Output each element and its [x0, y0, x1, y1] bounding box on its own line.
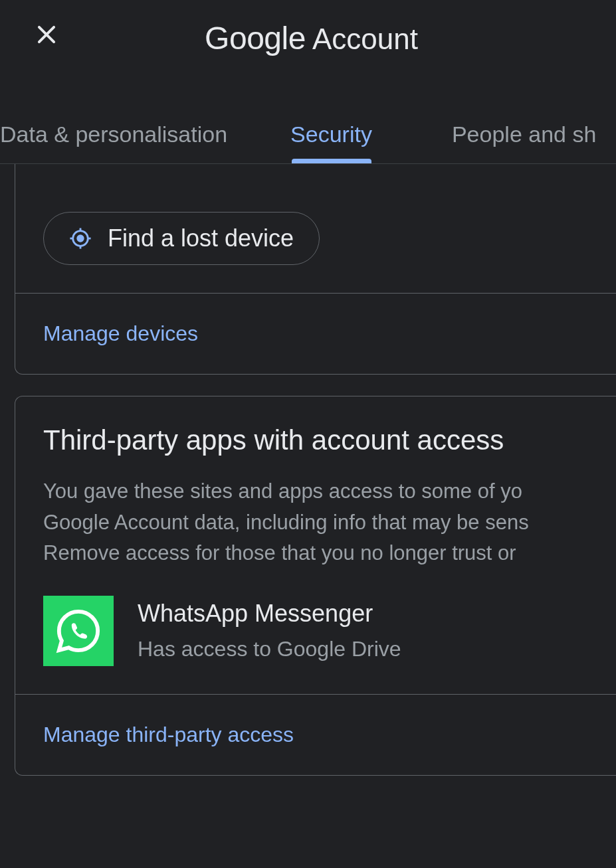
third-party-card-footer: Manage third-party access: [15, 694, 616, 775]
third-party-section: Third-party apps with account access You…: [15, 396, 616, 694]
tab-security[interactable]: Security: [251, 110, 412, 163]
title-light: Account: [312, 23, 418, 56]
app-info: WhatsApp Messenger Has access to Google …: [138, 600, 401, 661]
find-lost-device-button[interactable]: Find a lost device: [43, 212, 320, 265]
close-icon: [34, 22, 59, 47]
target-icon: [69, 227, 92, 250]
third-party-title: Third-party apps with account access: [43, 424, 588, 456]
third-party-card: Third-party apps with account access You…: [15, 396, 616, 776]
manage-devices-link[interactable]: Manage devices: [43, 321, 198, 345]
tab-people-sharing[interactable]: People and sh: [412, 110, 616, 163]
whatsapp-icon: [43, 596, 114, 666]
devices-section: Find a lost device: [15, 164, 616, 293]
third-party-desc-2: Google Account data, including info that…: [43, 507, 588, 539]
header: Google Account: [0, 0, 616, 70]
tab-data-personalisation[interactable]: Data & personalisation: [0, 110, 251, 163]
third-party-desc-3: Remove access for those that you no long…: [43, 538, 588, 569]
manage-third-party-link[interactable]: Manage third-party access: [43, 723, 294, 746]
devices-card-footer: Manage devices: [15, 293, 616, 374]
tabs-bar: Data & personalisation Security People a…: [0, 70, 616, 164]
page-title: Google Account: [33, 20, 589, 56]
devices-card: Find a lost device Manage devices: [15, 164, 616, 375]
third-party-desc-1: You gave these sites and apps access to …: [43, 476, 588, 507]
app-access: Has access to Google Drive: [138, 637, 401, 661]
title-bold: Google: [205, 20, 306, 56]
app-row-whatsapp[interactable]: WhatsApp Messenger Has access to Google …: [43, 596, 588, 666]
find-lost-device-label: Find a lost device: [108, 224, 294, 252]
content-area: Find a lost device Manage devices Third-…: [0, 164, 616, 776]
svg-point-3: [78, 236, 84, 242]
close-button[interactable]: [33, 21, 60, 48]
app-name: WhatsApp Messenger: [138, 600, 401, 628]
